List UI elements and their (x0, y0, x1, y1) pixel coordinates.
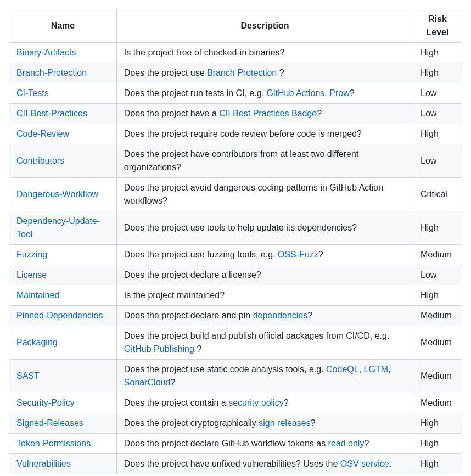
check-name-link[interactable]: CI-Tests (16, 88, 49, 98)
table-row: Code-ReviewDoes the project require code… (9, 124, 462, 144)
cell-name: Code-Review (9, 124, 117, 144)
description-text: , (324, 88, 329, 98)
cell-description: Is the project free of checked-in binari… (116, 43, 413, 63)
cell-description: Does the project declare a license? (116, 265, 413, 285)
check-name-link[interactable]: Packaging (16, 338, 58, 347)
description-text: . (389, 459, 391, 468)
description-link[interactable]: Branch Protection (207, 68, 277, 77)
description-text: Does the project use (124, 68, 207, 77)
cell-risk: High (413, 454, 462, 474)
header-risk: Risk Level (413, 9, 462, 43)
description-link[interactable]: Prow (329, 88, 349, 98)
table-row: LicenseDoes the project declare a licens… (9, 265, 462, 285)
cell-risk: Critical (413, 178, 462, 211)
description-text: ? (311, 418, 316, 428)
description-text: Is the project maintained? (124, 290, 225, 300)
cell-description: Is the project maintained? (116, 285, 413, 306)
table-row: Signed-ReleasesDoes the project cryptogr… (9, 413, 462, 434)
cell-name: Fuzzing (9, 245, 117, 265)
description-text: Does the project contain a (124, 398, 228, 407)
check-name-link[interactable]: Vulnerabilities (16, 459, 71, 468)
description-text: , (359, 365, 364, 374)
description-text: ? (307, 311, 312, 320)
description-link[interactable]: read only (328, 439, 365, 448)
cell-risk: Low (413, 144, 462, 178)
check-name-link[interactable]: Dependency-Update-Tool (16, 216, 100, 239)
cell-name: Packaging (9, 326, 117, 360)
check-name-link[interactable]: Branch-Protection (16, 68, 87, 77)
check-name-link[interactable]: Signed-Releases (16, 418, 83, 428)
cell-description: Does the project use static code analysi… (116, 360, 413, 393)
description-link[interactable]: CII Best Practices Badge (219, 109, 317, 118)
cell-risk: Medium (413, 245, 462, 265)
cell-risk: Medium (413, 306, 462, 326)
cell-name: Signed-Releases (9, 413, 117, 434)
check-name-link[interactable]: Code-Review (16, 129, 69, 138)
cell-risk: High (413, 413, 462, 434)
description-link[interactable]: dependencies (253, 311, 308, 320)
description-text: Does the project have unfixed vulnerabil… (124, 459, 340, 468)
check-name-link[interactable]: Binary-Artifacts (16, 48, 76, 57)
description-text: Does the project require code review bef… (124, 129, 362, 138)
description-link[interactable]: OSV service (340, 459, 389, 468)
cell-description: Does the project use tools to help updat… (116, 211, 413, 245)
description-text: ? (318, 250, 323, 259)
description-text: Does the project have a (124, 109, 219, 118)
cell-description: Does the project use fuzzing tools, e.g.… (116, 245, 413, 265)
table-row: Token-PermissionsDoes the project declar… (9, 434, 462, 454)
description-link[interactable]: security policy (228, 398, 283, 407)
description-text: ? (170, 378, 175, 387)
table-row: Binary-ArtifactsIs the project free of c… (9, 43, 462, 63)
check-name-link[interactable]: Fuzzing (16, 250, 47, 259)
description-text: , (388, 365, 390, 374)
description-link[interactable]: GitHub Publishing (124, 344, 194, 354)
check-name-link[interactable]: Token-Permissions (16, 439, 91, 448)
check-name-link[interactable]: Contributors (16, 156, 64, 165)
cell-description: Does the project run tests in CI, e.g. G… (116, 83, 413, 104)
cell-name: Pinned-Dependencies (9, 306, 117, 326)
description-link[interactable]: sign releases (259, 418, 310, 428)
description-link[interactable]: CodeQL (326, 365, 359, 374)
cell-risk: High (413, 434, 462, 454)
description-text: ? (194, 344, 201, 354)
description-text: Does the project use fuzzing tools, e.g. (124, 250, 278, 259)
description-link[interactable]: LGTM (364, 365, 388, 374)
table-body: Binary-ArtifactsIs the project free of c… (9, 43, 462, 474)
check-name-link[interactable]: Maintained (16, 290, 59, 300)
check-name-link[interactable]: Pinned-Dependencies (16, 311, 103, 320)
description-text: Does the project run tests in CI, e.g. (124, 88, 267, 98)
description-text: Is the project free of checked-in binari… (124, 48, 285, 57)
description-text: Does the project have contributors from … (124, 149, 358, 172)
cell-name: Contributors (9, 144, 117, 178)
cell-risk: Low (413, 83, 462, 104)
description-link[interactable]: GitHub Actions (267, 88, 325, 98)
cell-description: Does the project declare and pin depende… (116, 306, 413, 326)
description-link[interactable]: SonarCloud (124, 378, 171, 387)
table-row: SASTDoes the project use static code ana… (9, 360, 462, 393)
cell-name: CI-Tests (9, 83, 117, 104)
cell-description: Does the project have unfixed vulnerabil… (116, 454, 413, 474)
check-name-link[interactable]: Dangerous-Workflow (16, 189, 98, 199)
check-name-link[interactable]: License (16, 270, 47, 279)
cell-name: License (9, 265, 117, 285)
table-row: Dangerous-WorkflowDoes the project avoid… (9, 178, 462, 211)
cell-description: Does the project build and publish offic… (116, 326, 413, 360)
description-text: Does the project use tools to help updat… (124, 223, 357, 232)
check-name-link[interactable]: Security-Policy (16, 398, 75, 407)
cell-name: Token-Permissions (9, 434, 117, 454)
check-name-link[interactable]: SAST (16, 371, 40, 380)
table-row: MaintainedIs the project maintained?High (9, 285, 462, 306)
cell-description: Does the project have a CII Best Practic… (116, 104, 413, 124)
header-name: Name (9, 9, 117, 43)
cell-risk: High (413, 211, 462, 245)
cell-description: Does the project have contributors from … (116, 144, 413, 178)
check-name-link[interactable]: CII-Best-Practices (16, 109, 87, 118)
cell-name: Maintained (9, 285, 117, 306)
cell-name: SAST (9, 360, 117, 393)
cell-name: Dangerous-Workflow (9, 178, 117, 211)
description-link[interactable]: OSS-Fuzz (278, 250, 318, 259)
description-text: ? (277, 68, 284, 77)
checks-table: Name Description Risk Level Binary-Artif… (9, 9, 462, 474)
cell-description: Does the project cryptographically sign … (116, 413, 413, 434)
cell-name: Vulnerabilities (9, 454, 117, 474)
